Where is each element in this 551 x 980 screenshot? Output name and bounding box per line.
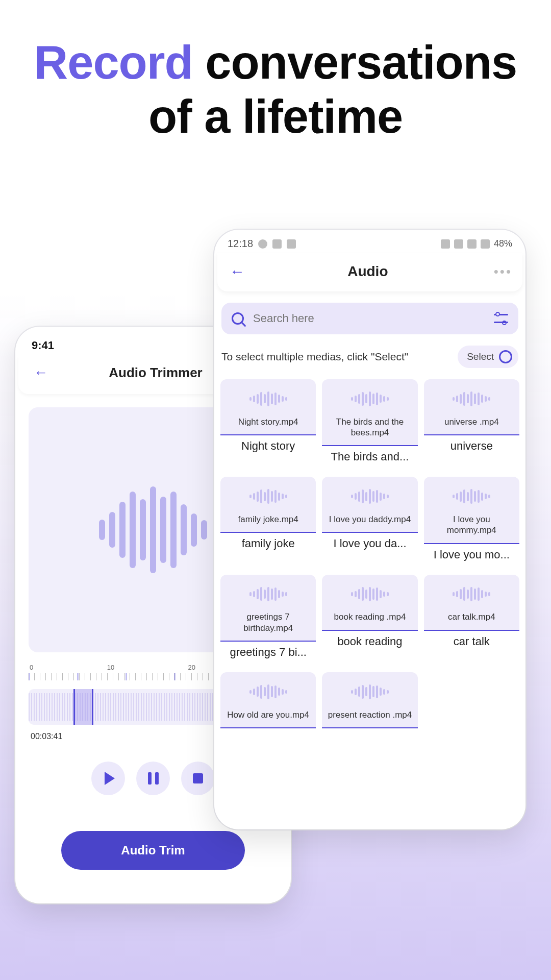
headline-rest-1: conversations	[193, 36, 517, 88]
audio-cell: greetings 7 birthday.mp4greetings 7 bi..…	[220, 575, 316, 666]
audio-cell: universe .mp4universe	[424, 379, 519, 471]
waveform-icon	[351, 489, 389, 504]
audio-item[interactable]: family joke.mp4	[220, 477, 316, 533]
audio-filename: How old are you.mp4	[227, 709, 309, 720]
nfc-icon	[441, 239, 450, 249]
library-title: Audio	[250, 263, 491, 280]
gmail-icon	[287, 239, 296, 249]
filter-icon[interactable]	[494, 313, 508, 324]
status-time: 12:18	[228, 238, 253, 250]
pause-button[interactable]	[136, 762, 170, 795]
audio-item[interactable]: I love you mommy.mp4	[424, 477, 519, 544]
audio-item[interactable]: How old are you.mp4	[220, 672, 316, 728]
waveform-icon	[249, 587, 287, 602]
waveform-icon	[351, 391, 389, 406]
audio-caption: I love you mo...	[424, 544, 519, 569]
search-icon	[232, 312, 244, 325]
trim-region-handle[interactable]	[73, 689, 93, 725]
select-hint: To select multiple medias, click "Select…	[221, 351, 450, 363]
audio-caption: I love you da...	[322, 533, 417, 557]
search-bar[interactable]	[221, 303, 518, 334]
play-icon	[105, 772, 115, 785]
audio-item[interactable]: The birds and the bees.mp4	[322, 379, 417, 446]
audio-filename: car talk.mp4	[448, 611, 495, 622]
pause-icon	[148, 772, 159, 785]
waveform-icon	[453, 489, 490, 504]
audio-item[interactable]: book reading .mp4	[322, 575, 417, 631]
battery-icon	[481, 239, 490, 249]
audio-grid: Night story.mp4Night storyThe birds and …	[214, 368, 525, 728]
audio-item[interactable]: present reaction .mp4	[322, 672, 417, 728]
audio-filename: Night story.mp4	[238, 416, 298, 427]
audio-item[interactable]: Night story.mp4	[220, 379, 316, 435]
audio-caption: universe	[424, 435, 519, 460]
waveform-icon	[99, 486, 207, 573]
stop-button[interactable]	[181, 762, 215, 795]
select-toggle[interactable]: Select	[458, 346, 518, 368]
audio-filename: universe .mp4	[444, 416, 499, 427]
headline-accent: Record	[34, 36, 193, 88]
audio-filename: greetings 7 birthday.mp4	[224, 611, 312, 633]
select-label: Select	[467, 351, 494, 362]
voicemail-icon	[272, 239, 282, 249]
audio-caption: The birds and...	[322, 446, 417, 471]
audio-item[interactable]: car talk.mp4	[424, 575, 519, 631]
audio-cell: The birds and the bees.mp4The birds and.…	[322, 379, 417, 471]
battery-percent: 48%	[494, 238, 512, 249]
audio-cell: car talk.mp4car talk	[424, 575, 519, 666]
waveform-icon	[249, 489, 287, 504]
status-bar: 12:18 48%	[214, 230, 525, 253]
audio-item[interactable]: I love you daddy.mp4	[322, 477, 417, 533]
audio-item[interactable]: greetings 7 birthday.mp4	[220, 575, 316, 642]
tick-label: 10	[107, 664, 114, 671]
audio-caption: greetings 7 bi...	[220, 642, 316, 666]
stop-icon	[193, 773, 203, 783]
waveform-icon	[453, 391, 490, 406]
signal-icon	[467, 239, 477, 249]
audio-caption: family joke	[220, 533, 316, 557]
audio-cell: family joke.mp4family joke	[220, 477, 316, 568]
waveform-icon	[453, 587, 490, 602]
waveform-icon	[249, 391, 287, 406]
select-hint-row: To select multiple medias, click "Select…	[221, 346, 518, 368]
search-input[interactable]	[253, 312, 485, 325]
headline-rest-2: of a lifetime	[148, 90, 403, 142]
waveform-icon	[351, 587, 389, 602]
tick-label: 20	[188, 664, 195, 671]
back-arrow-icon[interactable]: ←	[29, 361, 53, 384]
audio-caption: Night story	[220, 435, 316, 460]
library-header: ← Audio •••	[217, 253, 522, 291]
audio-filename: book reading .mp4	[334, 611, 406, 622]
wifi-icon	[454, 239, 463, 249]
audio-cell: I love you mommy.mp4I love you mo...	[424, 477, 519, 568]
phone-audio-library: 12:18 48% ← Audio ••• To select multiple…	[214, 230, 525, 829]
audio-cell: I love you daddy.mp4I love you da...	[322, 477, 417, 568]
audio-cell: Night story.mp4Night story	[220, 379, 316, 471]
audio-filename: I love you mommy.mp4	[428, 514, 515, 536]
audio-filename: The birds and the bees.mp4	[326, 416, 413, 438]
audio-trim-button[interactable]: Audio Trim	[61, 831, 245, 870]
waveform-icon	[249, 684, 287, 699]
waveform-icon	[351, 684, 389, 699]
audio-item[interactable]: universe .mp4	[424, 379, 519, 435]
tick-label: 0	[30, 664, 33, 671]
audio-filename: I love you daddy.mp4	[329, 514, 411, 525]
marketing-headline: Record conversations of a lifetime	[0, 0, 551, 144]
audio-cell: How old are you.mp4	[220, 672, 316, 728]
audio-caption: car talk	[424, 631, 519, 655]
audio-filename: family joke.mp4	[238, 514, 298, 525]
audio-cell: present reaction .mp4	[322, 672, 417, 728]
audio-cell: book reading .mp4book reading	[322, 575, 417, 666]
radio-icon	[499, 350, 512, 363]
more-icon[interactable]: •••	[491, 264, 515, 280]
back-arrow-icon[interactable]: ←	[224, 261, 250, 282]
play-button[interactable]	[91, 762, 125, 795]
facebook-icon	[258, 239, 267, 249]
audio-caption: book reading	[322, 631, 417, 655]
audio-filename: present reaction .mp4	[328, 709, 412, 720]
